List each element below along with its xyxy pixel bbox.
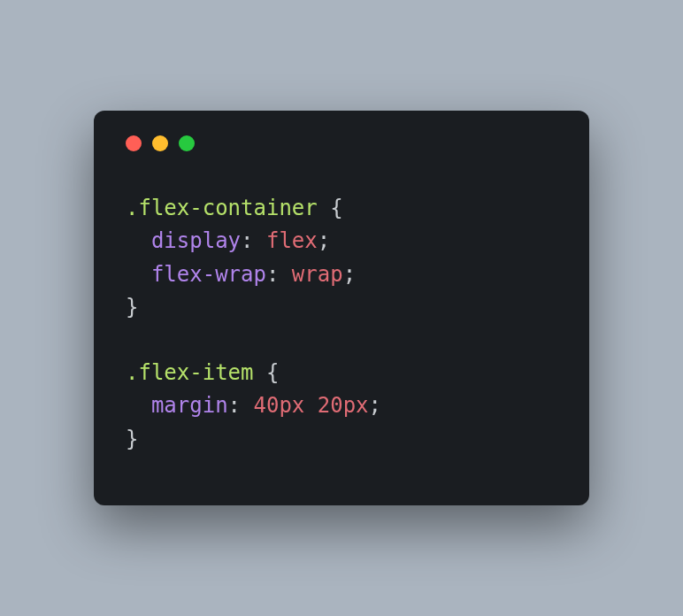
close-icon[interactable]	[126, 135, 142, 151]
value: 40px 20px	[254, 393, 369, 418]
colon: :	[241, 228, 253, 253]
semicolon: ;	[318, 228, 330, 253]
property: flex-wrap	[151, 262, 266, 287]
semicolon: ;	[343, 262, 356, 287]
minimize-icon[interactable]	[152, 135, 168, 151]
colon: :	[228, 393, 241, 418]
property: display	[151, 228, 241, 253]
space	[254, 228, 266, 253]
selector: .flex-item	[126, 360, 254, 385]
selector: .flex-container	[126, 196, 318, 220]
open-brace: {	[266, 360, 279, 385]
colon: :	[266, 262, 279, 287]
value: flex	[266, 228, 318, 253]
value: wrap	[292, 262, 343, 287]
indent	[126, 262, 151, 287]
space	[318, 196, 330, 220]
space	[279, 262, 291, 287]
close-brace: }	[126, 427, 138, 451]
code-window: .flex-container { display: flex; flex-wr…	[94, 111, 589, 505]
traffic-lights	[126, 135, 557, 151]
space	[241, 393, 253, 418]
property: margin	[151, 393, 228, 418]
maximize-icon[interactable]	[179, 135, 195, 151]
space	[254, 360, 266, 385]
indent	[126, 393, 151, 418]
close-brace: }	[126, 295, 138, 320]
code-block: .flex-container { display: flex; flex-wr…	[126, 192, 557, 456]
open-brace: {	[330, 196, 342, 220]
indent	[126, 228, 151, 253]
semicolon: ;	[369, 393, 381, 418]
